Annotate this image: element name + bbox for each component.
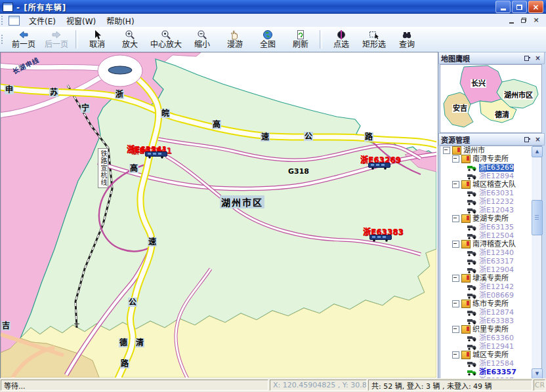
overview-label-changxing: 长兴	[471, 79, 486, 88]
truck-icon	[467, 207, 477, 214]
tree-node-vehicle[interactable]: 浙E12894	[440, 172, 526, 180]
eagle-eye-panel: 地图鹰眼 × 长兴 湖州市区 安吉 德清	[438, 52, 545, 133]
pan-button[interactable]: 漫游	[219, 27, 251, 52]
tree-node-org[interactable]: 城区稽查大队	[440, 180, 526, 189]
collapse-icon[interactable]	[452, 155, 459, 163]
scrollbar-thumb[interactable]	[532, 200, 543, 235]
tree-node-org[interactable]: 织里专卖所	[440, 325, 526, 334]
full-map-button[interactable]: 全图	[251, 27, 284, 52]
pin-button[interactable]	[523, 136, 532, 144]
collapse-icon[interactable]	[452, 275, 459, 282]
center-zoom-button[interactable]: 中心放大	[146, 27, 186, 52]
binoculars-icon	[402, 29, 412, 40]
map-road-char: 申	[5, 85, 14, 94]
eagle-eye-panel-title: 地图鹰眼	[441, 53, 470, 64]
close-button[interactable]: ×	[528, 1, 543, 13]
tree-node-org[interactable]: 南浔专卖所	[440, 155, 526, 163]
tree-node-vehicle[interactable]: 浙E12340	[440, 248, 526, 257]
zoom-in-icon	[125, 29, 135, 40]
tree-node-vehicle[interactable]: 浙E12904	[440, 265, 526, 274]
vehicle-marker[interactable]: 浙E63383	[363, 225, 409, 244]
menu-view[interactable]: 视窗(W)	[61, 14, 101, 28]
map-canvas[interactable]	[1, 52, 436, 378]
scroll-up-button[interactable]: ▲	[532, 146, 543, 157]
tree-node-vehicle[interactable]: 浙E12941	[440, 342, 526, 351]
prev-page-button[interactable]: 前一页	[7, 27, 40, 52]
menubar-grip[interactable]	[1, 16, 5, 25]
collapse-icon[interactable]	[452, 215, 459, 222]
map-road-char: 速	[261, 132, 270, 142]
organization-icon	[461, 300, 471, 308]
tree-node-org[interactable]: 练市专卖所	[440, 300, 526, 308]
tree-node-org[interactable]: 湖州市	[440, 146, 526, 155]
menu-bar: 文件(E) 视窗(W) 帮助(H) ×	[0, 14, 546, 28]
pin-button[interactable]	[523, 54, 532, 62]
mdi-close-button[interactable]: ×	[530, 15, 542, 26]
mdi-minimize-button[interactable]	[505, 15, 517, 26]
anji-label-partial: 吉	[1, 321, 10, 330]
collapse-icon[interactable]	[452, 326, 459, 333]
tree-node-org[interactable]: 城区专卖所	[440, 351, 526, 359]
restore-button[interactable]	[512, 1, 527, 13]
panel-close-button[interactable]: ×	[534, 136, 542, 144]
title-bar: - [所有车辆] ×	[0, 0, 546, 14]
close-icon: ×	[535, 55, 540, 61]
tree-node-org[interactable]: 埭溪专卖所	[440, 274, 526, 283]
collapse-icon[interactable]	[443, 147, 450, 154]
eagle-eye-map[interactable]: 长兴 湖州市区 安吉 德清	[440, 64, 542, 133]
tree-node-vehicle[interactable]: 浙E12232	[440, 197, 526, 206]
vehicle-marker[interactable]: 浙E63341 浙E63341	[127, 143, 186, 160]
resource-panel-header: 资源管理 ×	[438, 133, 545, 146]
next-page-button[interactable]: 后一页	[40, 27, 73, 52]
query-button[interactable]: 查询	[390, 27, 423, 52]
collapse-icon[interactable]	[452, 300, 459, 307]
collapse-icon[interactable]	[452, 181, 459, 188]
organization-icon	[461, 274, 471, 283]
tree-node-vehicle[interactable]: 浙E08669	[440, 291, 526, 300]
tree-node-vehicle[interactable]: 浙E63031	[440, 189, 526, 197]
mdi-restore-button[interactable]	[518, 15, 530, 26]
tree-node-vehicle[interactable]: 浙E63383	[440, 317, 526, 325]
menu-help[interactable]: 帮助(H)	[101, 14, 139, 28]
collapse-icon[interactable]	[452, 351, 459, 359]
tree-node-vehicle[interactable]: 浙E12142	[440, 283, 526, 291]
tree-node-vehicle[interactable]: 浙E12504	[440, 231, 526, 240]
lake	[108, 66, 132, 74]
panel-close-button[interactable]: ×	[534, 54, 542, 62]
minimize-button[interactable]	[495, 1, 511, 13]
status-vehicle-counts: 共: 52 辆, 登入: 3 辆 , 未登入: 49 辆	[368, 380, 532, 391]
tree-scrollbar[interactable]: ▲ ▼	[532, 146, 541, 378]
cancel-button[interactable]: 取消	[81, 27, 114, 52]
tree-node-vehicle[interactable]: 浙E12584	[440, 359, 526, 368]
eagle-eye-panel-header: 地图鹰眼 ×	[438, 52, 545, 64]
cursor-arrow-icon	[92, 29, 102, 40]
map-road-char: 皖	[161, 109, 170, 118]
truck-icon	[467, 284, 477, 290]
toolbar-separator	[320, 30, 322, 49]
vehicle-marker[interactable]: 浙E63269	[360, 153, 406, 172]
tree-node-vehicle[interactable]: 浙E63357	[440, 368, 526, 376]
refresh-button[interactable]: 刷新	[284, 27, 317, 52]
mdi-minimize-icon	[509, 22, 514, 24]
toolbar-grip[interactable]	[1, 35, 5, 44]
truck-icon	[467, 292, 477, 299]
tree-node-org[interactable]: 菱湖专卖所	[440, 214, 526, 223]
arrow-left-icon	[18, 29, 29, 40]
rect-select-button[interactable]: 矩形选	[358, 27, 390, 52]
collapse-icon[interactable]	[452, 241, 459, 248]
child-window-icon[interactable]	[9, 16, 20, 26]
tree-node-vehicle[interactable]: 浙E63360	[440, 334, 526, 342]
tree-node-vehicle[interactable]: 浙E63135	[440, 223, 526, 231]
map-viewport[interactable]: 申 苏 浙 皖 高 速 公 路 宁 高 速 公 路 G318 湖州市区 德 清 …	[0, 52, 438, 380]
tree-node-vehicle[interactable]: 浙E12043	[440, 206, 526, 214]
zoom-out-button[interactable]: 缩小	[186, 27, 219, 52]
tree-node-vehicle[interactable]: 浙E63269	[440, 163, 526, 172]
zoom-in-button[interactable]: 放大	[114, 27, 146, 52]
tree-node-vehicle[interactable]: 浙E63317	[440, 257, 526, 265]
status-coordinates: X: 120.45904825 , Y: 30.84466204	[270, 380, 367, 391]
tree-node-vehicle[interactable]: 浙E12874	[440, 308, 526, 317]
menu-file[interactable]: 文件(E)	[24, 14, 61, 28]
truck-icon	[467, 309, 477, 316]
tree-node-org[interactable]: 南浔稽查大队	[440, 240, 526, 248]
point-select-button[interactable]: 点选	[325, 27, 358, 52]
